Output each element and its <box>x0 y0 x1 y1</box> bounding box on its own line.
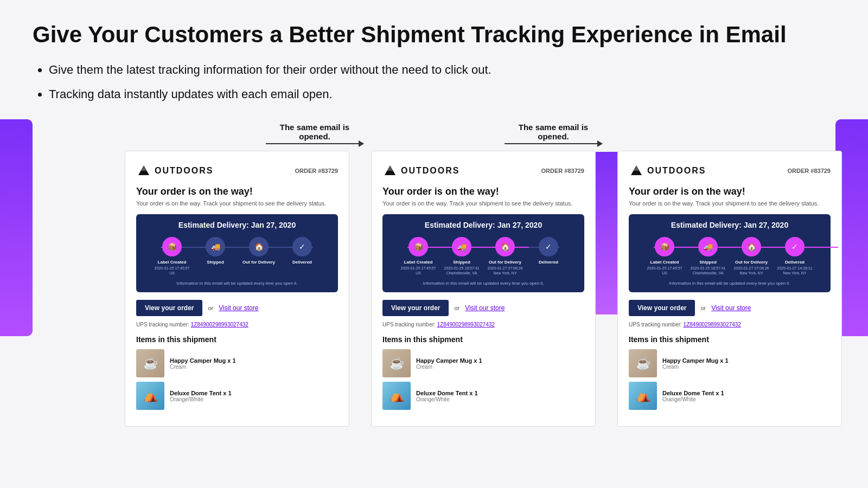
btn-row-2: View your order or Visit our store <box>382 300 584 316</box>
step-icon-4-3: ✓ <box>792 242 798 251</box>
step-label-2-1: Shipped <box>207 260 224 265</box>
logo-text-2: OUTDOORS <box>401 166 459 176</box>
step-circle-2-3: 🚚 <box>698 237 718 256</box>
tracking-link-1[interactable]: 1Z84900298993027432 <box>191 322 248 328</box>
item-details-tent-1: Deluxe Dome Tent x 1 Orange/White <box>170 390 232 402</box>
delivery-date-2: Estimated Delivery: Jan 27, 2020 <box>391 221 576 229</box>
logo-text-1: OUTDOORS <box>155 166 213 176</box>
item-name-tent-2: Deluxe Dome Tent x 1 <box>416 390 478 396</box>
step-circle-1-2: 📦 <box>409 237 428 256</box>
item-img-tent-3: ⛺ <box>629 382 657 410</box>
mountain-icon-1 <box>136 163 151 178</box>
visit-store-button-3[interactable]: Visit our store <box>711 304 751 312</box>
step-label-4-1: Delivered <box>292 260 312 265</box>
item-img-mug-2: ☕ <box>382 349 411 377</box>
feature-list: Give them the latest tracking informatio… <box>33 61 835 103</box>
step-3-1: 🏠 Out for Delivery <box>237 237 280 266</box>
email-subtitle-3: Your order is on the way. Track your shi… <box>629 200 831 207</box>
items-title-3: Items in this shipment <box>629 335 831 344</box>
tracking-link-2[interactable]: 1Z84900298993027432 <box>437 322 495 328</box>
item-details-mug-3: Happy Camper Mug x 1 Cream <box>662 357 729 370</box>
step-label-1-1: Label Created <box>158 260 187 265</box>
step-label-3-3: Out for Delivery <box>735 260 768 265</box>
tracking-steps-3: 📦 Label Created 2020-01-25 17:45:57US 🚚 … <box>637 237 822 275</box>
step-4-2: ✓ Delivered <box>527 237 570 266</box>
step-label-4-3: Delivered <box>785 260 805 265</box>
view-order-button-3[interactable]: View your order <box>629 300 695 316</box>
step-label-3-2: Out for Delivery <box>489 260 521 265</box>
step-1-3: 📦 Label Created 2020-01-25 17:45:57US <box>643 237 686 275</box>
item-row-tent-1: ⛺ Deluxe Dome Tent x 1 Orange/White <box>136 382 338 410</box>
tracking-num-2: UPS tracking number: 1Z84900298993027432 <box>382 322 584 328</box>
step-icon-1-2: 📦 <box>414 242 423 251</box>
order-number-3: ORDER #83729 <box>788 168 831 174</box>
arrow-1 <box>266 143 363 144</box>
step-label-1-3: Label Created <box>650 260 679 265</box>
svg-marker-5 <box>634 165 639 171</box>
step-label-1-2: Label Created <box>404 260 433 265</box>
step-icon-3-3: 🏠 <box>747 242 756 251</box>
step-2-1: 🚚 Shipped <box>194 237 237 266</box>
step-circle-4-2: ✓ <box>539 237 558 256</box>
step-circle-1-1: 📦 <box>162 237 182 256</box>
step-circle-4-3: ✓ <box>785 237 805 256</box>
step-circle-3-2: 🏠 <box>495 237 515 256</box>
logo-3: OUTDOORS <box>629 163 706 178</box>
email-card-3: OUTDOORS ORDER #83729 Your order is on t… <box>617 151 842 427</box>
item-details-tent-3: Deluxe Dome Tent x 1 Orange/White <box>662 390 724 402</box>
step-circle-1-3: 📦 <box>655 237 674 256</box>
step-date-2-3: 2020-01-25 18:57:41Charlottesville, VA <box>691 266 726 275</box>
visit-store-button-1[interactable]: Visit our store <box>219 304 258 312</box>
step-circle-3-1: 🏠 <box>249 237 269 256</box>
logo-1: OUTDOORS <box>136 163 213 178</box>
step-icon-2-2: 🚚 <box>457 242 467 251</box>
item-variant-tent-2: Orange/White <box>416 396 478 402</box>
step-date-1-2: 2020-01-25 17:45:57US <box>401 266 436 275</box>
svg-marker-3 <box>387 165 393 171</box>
tracking-num-3: UPS tracking number: 1Z84900298993027432 <box>629 322 831 328</box>
arrow-label-1: The same email is opened. <box>266 123 363 141</box>
step-label-4-2: Delivered <box>539 260 558 265</box>
view-order-button-1[interactable]: View your order <box>136 300 202 316</box>
delivery-date-1: Estimated Delivery: Jan 27, 2020 <box>145 221 329 229</box>
step-date-4-3: 2020-01-27 14:28:11New York, NY <box>777 266 813 275</box>
or-text-1: or <box>208 305 213 311</box>
email-title-2: Your order is on the way! <box>382 186 584 197</box>
step-date-3-2: 2020-01-27 07:08:26New York, NY <box>488 266 523 275</box>
bullet-1: Give them the latest tracking informatio… <box>49 61 835 79</box>
view-order-button-2[interactable]: View your order <box>382 300 449 316</box>
order-number-1: ORDER #83729 <box>295 168 339 174</box>
step-4-3: ✓ Delivered 2020-01-27 14:28:11New York,… <box>773 237 816 275</box>
item-img-tent-2: ⛺ <box>382 382 411 410</box>
arrow-2 <box>505 143 602 144</box>
item-img-mug-3: ☕ <box>629 349 657 377</box>
tracking-link-3[interactable]: 1Z84900298993027432 <box>684 322 741 328</box>
email-card-2: OUTDOORS ORDER #83729 Your order is on t… <box>371 151 596 427</box>
bullet-2: Tracking data instantly updates with eac… <box>49 85 835 103</box>
email-title-1: Your order is on the way! <box>136 186 338 197</box>
item-name-mug-3: Happy Camper Mug x 1 <box>662 357 729 364</box>
item-row-mug-1: ☕ Happy Camper Mug x 1 Cream <box>136 349 338 377</box>
tracking-num-1: UPS tracking number: 1Z84900298993027432 <box>136 322 338 328</box>
email-title-3: Your order is on the way! <box>629 186 831 197</box>
item-details-mug-2: Happy Camper Mug x 1 Cream <box>416 357 482 370</box>
step-circle-2-1: 🚚 <box>206 237 225 256</box>
item-variant-tent-3: Orange/White <box>662 396 724 402</box>
btn-row-3: View your order or Visit our store <box>629 300 831 316</box>
visit-store-button-2[interactable]: Visit our store <box>465 304 505 312</box>
step-icon-1-1: 📦 <box>168 242 177 251</box>
delivery-date-3: Estimated Delivery: Jan 27, 2020 <box>637 221 822 229</box>
step-circle-4-1: ✓ <box>292 237 312 256</box>
step-label-2-3: Shipped <box>699 260 717 265</box>
step-date-3-3: 2020-01-27 07:08:26New York, NY <box>734 266 769 275</box>
step-icon-4-2: ✓ <box>545 242 552 251</box>
tracking-bar-2: Estimated Delivery: Jan 27, 2020 📦 Label… <box>382 214 584 292</box>
order-number-2: ORDER #83729 <box>541 168 585 174</box>
items-title-1: Items in this shipment <box>136 335 338 344</box>
item-name-mug-1: Happy Camper Mug x 1 <box>170 357 236 364</box>
email-header-3: OUTDOORS ORDER #83729 <box>629 163 831 178</box>
step-icon-2-3: 🚚 <box>704 242 713 251</box>
arrow-label-2: The same email is opened. <box>505 123 602 141</box>
or-text-2: or <box>454 305 459 311</box>
btn-row-1: View your order or Visit our store <box>136 300 338 316</box>
